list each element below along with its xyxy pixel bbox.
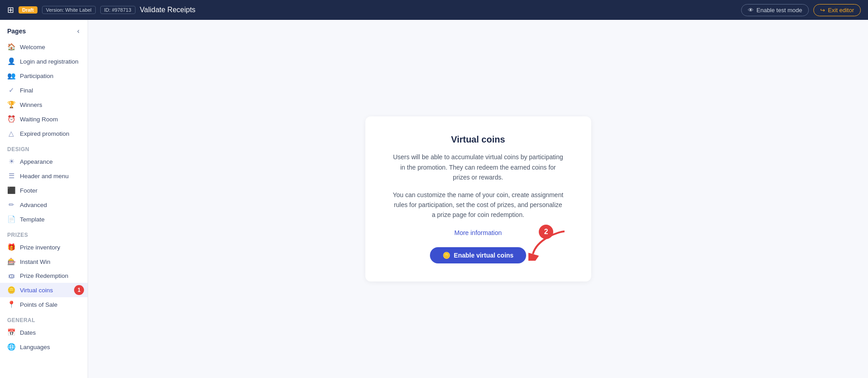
user-icon: 👤 <box>7 57 15 65</box>
sidebar-item-label: Winners <box>20 101 42 108</box>
sidebar-item-expired[interactable]: △ Expired promotion <box>0 126 88 141</box>
calendar-icon: 📅 <box>7 328 15 337</box>
sidebar-item-label: Expired promotion <box>20 130 70 137</box>
sidebar-item-waiting-room[interactable]: ⏰ Waiting Room <box>0 112 88 126</box>
sidebar-item-label: Instant Win <box>20 258 51 265</box>
step-badge-1: 1 <box>74 285 84 295</box>
sidebar-item-virtual-coins[interactable]: 🪙 Virtual coins 1 <box>0 283 88 297</box>
sidebar-item-participation[interactable]: 👥 Participation <box>0 69 88 83</box>
sidebar-item-label: Welcome <box>20 44 45 51</box>
design-section-label: Design <box>0 141 88 154</box>
sidebar-item-label: Final <box>20 87 33 94</box>
sidebar-item-label: Languages <box>20 344 50 350</box>
feature-title: Virtual coins <box>392 134 564 145</box>
sidebar-pages-title: Pages <box>7 28 26 35</box>
sidebar-item-login[interactable]: 👤 Login and registration <box>0 54 88 69</box>
eye-icon: 👁 <box>748 7 754 14</box>
exit-editor-button[interactable]: ↪ Exit editor <box>813 4 861 16</box>
sidebar-item-label: Participation <box>20 73 53 79</box>
virtual-coins-card: Virtual coins Users will be able to accu… <box>365 116 591 281</box>
sidebar-item-label: Prize inventory <box>20 244 60 251</box>
warning-icon: △ <box>7 129 15 138</box>
sidebar-item-appearance[interactable]: ☀ Appearance <box>0 154 88 169</box>
sidebar-item-advanced[interactable]: ✏ Advanced <box>0 198 88 212</box>
grid-icon[interactable]: ⊞ <box>7 5 14 15</box>
sidebar-item-label: Appearance <box>20 158 53 165</box>
sidebar-item-label: Points of Sale <box>20 301 57 308</box>
sidebar-item-label: Dates <box>20 329 36 336</box>
sidebar-item-winners[interactable]: 🏆 Winners <box>0 97 88 112</box>
advanced-icon: ✏ <box>7 201 15 209</box>
feature-description-2: You can customize the name of your coin,… <box>392 190 564 220</box>
sidebar-item-languages[interactable]: 🌐 Languages <box>0 340 88 354</box>
users-icon: 👥 <box>7 72 15 80</box>
sidebar-item-label: Login and registration <box>20 58 79 65</box>
globe-icon: 🌐 <box>7 343 15 351</box>
sidebar-item-final[interactable]: ✓ Final <box>0 83 88 97</box>
exit-icon: ↪ <box>820 7 825 14</box>
sidebar-item-welcome[interactable]: 🏠 Welcome <box>0 40 88 54</box>
sidebar-item-prize-redemption[interactable]: 🎟 Prize Redemption <box>0 269 88 283</box>
badge-id: ID: #978713 <box>100 6 135 14</box>
sidebar-item-label: Header and menu <box>20 173 69 180</box>
badge-draft: Draft <box>19 6 37 14</box>
enable-coins-wrapper: 🪙 Enable virtual coins 2 <box>430 247 526 263</box>
trophy-icon: 🏆 <box>7 101 15 109</box>
check-icon: ✓ <box>7 86 15 94</box>
sidebar-item-label: Prize Redemption <box>20 272 68 279</box>
enable-virtual-coins-button[interactable]: 🪙 Enable virtual coins <box>430 247 526 263</box>
sidebar-item-label: Virtual coins <box>20 287 53 294</box>
sidebar-collapse-button[interactable]: ‹ <box>76 26 80 36</box>
topbar: ⊞ Draft Version: White Label ID: #978713… <box>0 0 868 20</box>
badge-version: Version: White Label <box>42 6 96 14</box>
sidebar-item-points-of-sale[interactable]: 📍 Points of Sale <box>0 297 88 312</box>
ticket-icon: 🎟 <box>7 272 15 280</box>
sidebar-item-label: Advanced <box>20 202 47 208</box>
sidebar-item-instant-win[interactable]: 🎰 Instant Win <box>0 254 88 269</box>
enable-test-mode-button[interactable]: 👁 Enable test mode <box>741 4 809 16</box>
home-icon: 🏠 <box>7 43 15 51</box>
sidebar-item-label: Footer <box>20 187 37 194</box>
appearance-icon: ☀ <box>7 157 15 166</box>
gift-icon: 🎁 <box>7 243 15 251</box>
sidebar-item-label: Template <box>20 216 45 223</box>
general-section-label: General <box>0 312 88 325</box>
sidebar-item-dates[interactable]: 📅 Dates <box>0 325 88 340</box>
sidebar-header: Pages ‹ <box>0 20 88 40</box>
clock-icon: ⏰ <box>7 115 15 123</box>
slots-icon: 🎰 <box>7 258 15 266</box>
sidebar-item-template[interactable]: 📄 Template <box>0 212 88 226</box>
sidebar: Pages ‹ 🏠 Welcome 👤 Login and registrati… <box>0 20 88 378</box>
location-icon: 📍 <box>7 300 15 309</box>
feature-description-1: Users will be able to accumulate virtual… <box>392 152 564 182</box>
main-layout: Pages ‹ 🏠 Welcome 👤 Login and registrati… <box>0 20 868 378</box>
prizes-section-label: Prizes <box>0 226 88 240</box>
sidebar-item-footer[interactable]: ⬛ Footer <box>0 183 88 198</box>
step-badge-2: 2 <box>539 225 553 239</box>
sidebar-item-header-menu[interactable]: ☰ Header and menu <box>0 169 88 183</box>
page-title: Validate Receipts <box>140 6 737 14</box>
menu-icon: ☰ <box>7 172 15 180</box>
template-icon: 📄 <box>7 215 15 223</box>
topbar-actions: 👁 Enable test mode ↪ Exit editor <box>741 4 861 16</box>
content-area: Virtual coins Users will be able to accu… <box>88 20 868 378</box>
footer-icon: ⬛ <box>7 186 15 194</box>
sidebar-item-prize-inventory[interactable]: 🎁 Prize inventory <box>0 240 88 254</box>
coins-icon: 🪙 <box>7 286 15 294</box>
sidebar-item-label: Waiting Room <box>20 116 58 123</box>
coins-toggle-icon: 🪙 <box>443 252 450 259</box>
